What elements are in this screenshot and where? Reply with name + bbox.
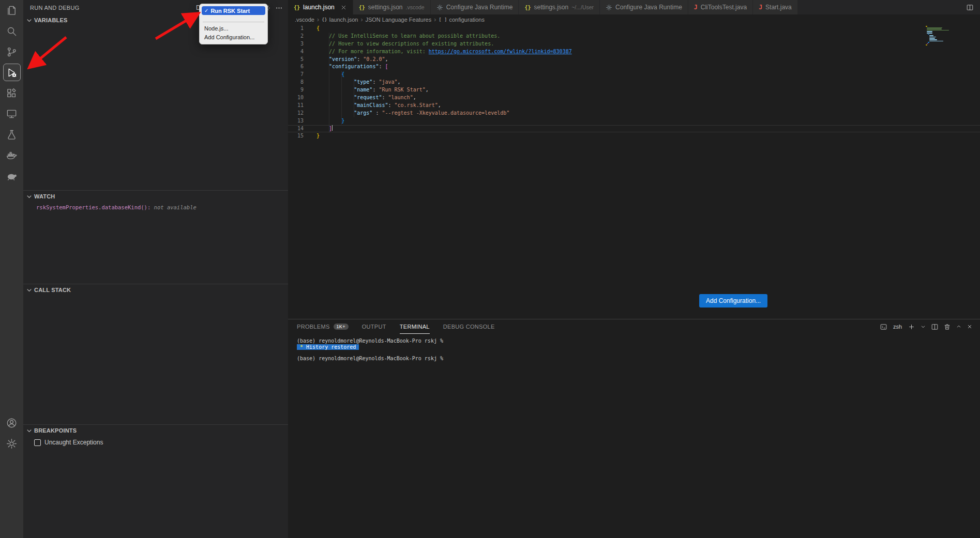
code-line-3[interactable]: 3 // Hover to view descriptions of exist…: [288, 40, 980, 48]
activity-testing-button[interactable]: [0, 124, 23, 145]
activity-settings-gear-button[interactable]: [0, 433, 23, 454]
menu-item-node-js[interactable]: Node.js...: [202, 24, 265, 33]
code-line-8[interactable]: 8 "type": "java",: [288, 79, 980, 86]
code-line-4[interactable]: 4 // For more information, visit: https:…: [288, 48, 980, 56]
split-editor-icon[interactable]: [966, 4, 974, 11]
minimap-line: [927, 31, 932, 32]
code-line-12[interactable]: 12 "args" : "--regtest -Xkeyvalue.dataso…: [288, 110, 980, 117]
code-editor[interactable]: 1{2 // Use IntelliSense to learn about p…: [288, 24, 980, 319]
line-number[interactable]: 1: [288, 25, 316, 33]
breadcrumb-item[interactable]: .vscode: [295, 17, 314, 23]
code-line-11[interactable]: 11 "mainClass": "co.rsk.Start",: [288, 102, 980, 110]
terminal[interactable]: (base) reynoldmorel@Reynolds-MacBook-Pro…: [288, 334, 980, 362]
line-number[interactable]: 4: [288, 48, 316, 56]
line-number[interactable]: 9: [288, 86, 316, 94]
tab-settings-json[interactable]: {}settings.json~/.../User: [519, 0, 600, 14]
line-number[interactable]: 2: [288, 33, 316, 40]
watch-expression-row[interactable]: rskSystemProperties.databaseKind(): not …: [23, 202, 288, 210]
tab-description: .vscode: [406, 4, 425, 10]
panel-tab-output[interactable]: OUTPUT: [362, 319, 386, 334]
tab-settings-json[interactable]: {}settings.json.vscode: [353, 0, 431, 14]
bottom-panel: PROBLEMS1K+OUTPUTTERMINALDEBUG CONSOLE z…: [288, 319, 980, 538]
tab-configure-java-runtime[interactable]: Configure Java Runtime: [431, 0, 519, 14]
new-terminal-icon[interactable]: [908, 323, 915, 331]
code-line-15[interactable]: 15}: [288, 132, 980, 140]
line-number[interactable]: 3: [288, 40, 316, 48]
activity-docker-button[interactable]: [0, 145, 23, 165]
activity-extension-animal-button[interactable]: [0, 165, 23, 186]
close-tab-icon[interactable]: [340, 4, 347, 11]
code-line-6[interactable]: 6 "configurations": [: [288, 63, 980, 71]
menu-item-run-rsk-start[interactable]: ✓ Run RSK Start: [202, 6, 265, 15]
terminal-profile-chevron-icon[interactable]: [920, 324, 926, 330]
code-line-13[interactable]: 13 }: [288, 117, 980, 125]
panel-tab-debug-console[interactable]: DEBUG CONSOLE: [443, 319, 495, 334]
breadcrumb-item[interactable]: [ ]configurations: [439, 17, 485, 23]
code-area: 1{2 // Use IntelliSense to learn about p…: [288, 25, 980, 140]
panel-tab-terminal[interactable]: TERMINAL: [400, 319, 430, 334]
activity-search-button[interactable]: [0, 21, 23, 41]
tab-clitoolstest-java[interactable]: JCliToolsTest.java: [688, 0, 753, 14]
line-number[interactable]: 8: [288, 79, 316, 86]
tab-start-java[interactable]: JStart.java: [753, 0, 798, 14]
minimap-line: [927, 30, 949, 31]
line-number[interactable]: 12: [288, 110, 316, 117]
search-icon: [6, 25, 18, 37]
shell-label[interactable]: zsh: [893, 324, 902, 330]
activity-source-control-button[interactable]: [0, 41, 23, 62]
chevron-down-icon: [25, 193, 33, 201]
tab-launch-json[interactable]: {}launch.json: [288, 0, 353, 14]
code-line-5[interactable]: 5 "version": "0.2.0",: [288, 56, 980, 64]
activity-run-and-debug-button[interactable]: [0, 62, 23, 83]
line-number[interactable]: 7: [288, 71, 316, 79]
line-number[interactable]: 5: [288, 56, 316, 64]
line-number[interactable]: 13: [288, 117, 316, 125]
tab-configure-java-runtime[interactable]: Configure Java Runtime: [600, 0, 688, 14]
breadcrumb-separator: ›: [360, 16, 363, 23]
maximize-panel-chevron-icon[interactable]: [956, 324, 962, 330]
breadcrumb-label: configurations: [449, 17, 485, 23]
breakpoints-section-header[interactable]: BREAKPOINTS: [23, 424, 288, 436]
line-number[interactable]: 14: [288, 125, 316, 133]
line-number[interactable]: 6: [288, 63, 316, 71]
breadcrumb-item[interactable]: {}launch.json: [322, 17, 358, 23]
call-stack-section: CALL STACK: [23, 284, 288, 296]
java-file-icon: J: [759, 4, 762, 11]
activity-remote-explorer-button[interactable]: [0, 103, 23, 124]
tab-title: settings.json: [534, 4, 568, 11]
activity-accounts-button[interactable]: [0, 412, 23, 433]
panel-tab-problems[interactable]: PROBLEMS1K+: [297, 319, 349, 334]
line-number[interactable]: 10: [288, 94, 316, 102]
split-terminal-icon[interactable]: [931, 323, 939, 331]
menu-item-add-configuration[interactable]: Add Configuration...: [202, 33, 265, 41]
call-stack-section-header[interactable]: CALL STACK: [23, 284, 288, 296]
views-more-actions-icon[interactable]: [275, 4, 283, 12]
code-line-2[interactable]: 2 // Use IntelliSense to learn about pos…: [288, 33, 980, 40]
watch-section-header[interactable]: WATCH: [23, 190, 288, 202]
json-file-icon: {}: [524, 5, 531, 10]
code-line-10[interactable]: 10 "request": "launch",: [288, 94, 980, 102]
panel-tab-label: PROBLEMS: [297, 324, 330, 330]
breadcrumb-item[interactable]: JSON Language Features: [365, 17, 431, 23]
close-panel-icon[interactable]: [967, 324, 973, 330]
code-line-14[interactable]: 14 ]: [288, 125, 980, 133]
code-link[interactable]: https://go.microsoft.com/fwlink/?linkid=…: [429, 49, 572, 54]
kill-terminal-trash-icon[interactable]: [943, 323, 951, 331]
activity-extensions-button[interactable]: [0, 83, 23, 103]
code-line-9[interactable]: 9 "name": "Run RSK Start",: [288, 86, 980, 94]
line-number[interactable]: 11: [288, 102, 316, 110]
activity-explorer-button[interactable]: [0, 0, 23, 21]
uncaught-exceptions-checkbox[interactable]: [34, 439, 41, 446]
add-configuration-button[interactable]: Add Configuration...: [699, 294, 767, 308]
menu-item-label: Node.js...: [204, 25, 228, 32]
line-number[interactable]: 15: [288, 132, 316, 140]
menu-separator: [203, 22, 264, 22]
code-line-7[interactable]: 7 {: [288, 71, 980, 79]
chevron-down-icon: [25, 286, 33, 294]
terminal-line: (base) reynoldmorel@Reynolds-MacBook-Pro…: [297, 338, 980, 344]
code-line-1[interactable]: 1{: [288, 25, 980, 33]
breakpoints-label: BREAKPOINTS: [34, 427, 77, 434]
terminal-text: (base) reynoldmorel@Reynolds-MacBook-Pro…: [297, 338, 443, 344]
minimap[interactable]: [926, 26, 963, 45]
tab-title: Start.java: [765, 4, 792, 11]
